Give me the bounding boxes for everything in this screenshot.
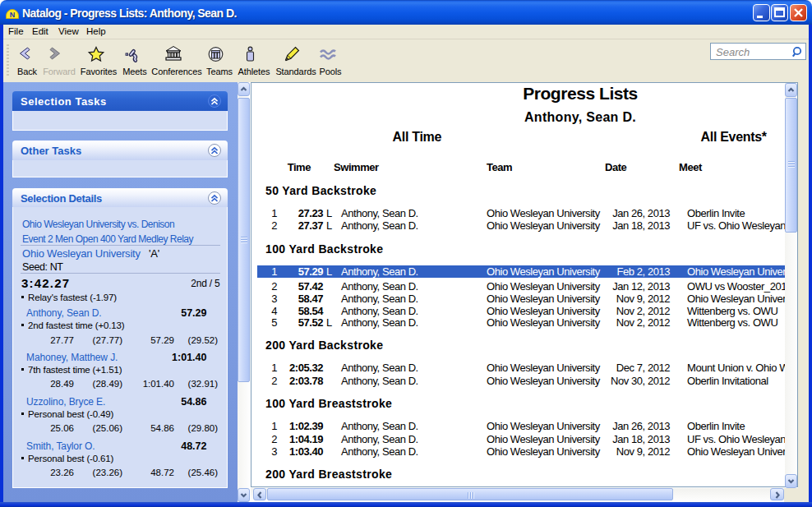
svg-text:N: N xyxy=(10,11,16,19)
